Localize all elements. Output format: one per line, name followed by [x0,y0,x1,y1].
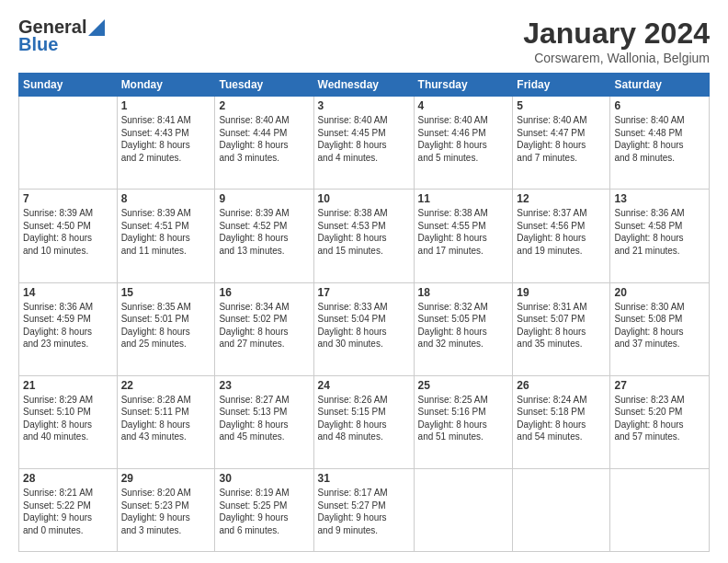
table-row: 14Sunrise: 8:36 AMSunset: 4:59 PMDayligh… [19,282,118,375]
day-info: Sunrise: 8:19 AMSunset: 5:25 PMDaylight:… [219,487,309,536]
table-row: 23Sunrise: 8:27 AMSunset: 5:13 PMDayligh… [215,375,313,468]
day-number: 13 [614,192,705,205]
table-row: 12Sunrise: 8:37 AMSunset: 4:56 PMDayligh… [513,190,610,282]
day-number: 21 [23,379,113,392]
day-number: 29 [121,472,211,485]
calendar-week-4: 21Sunrise: 8:29 AMSunset: 5:10 PMDayligh… [19,375,710,468]
day-number: 26 [517,379,606,392]
day-number: 22 [121,379,211,392]
calendar-week-1: 1Sunrise: 8:41 AMSunset: 4:43 PMDaylight… [19,97,710,190]
day-number: 27 [614,379,705,392]
col-sunday: Sunday [19,74,118,97]
table-row: 30Sunrise: 8:19 AMSunset: 5:25 PMDayligh… [215,469,313,552]
day-number: 30 [219,472,309,485]
day-info: Sunrise: 8:34 AMSunset: 5:02 PMDaylight:… [219,301,309,350]
day-info: Sunrise: 8:40 AMSunset: 4:45 PMDaylight:… [318,114,410,164]
table-row: 5Sunrise: 8:40 AMSunset: 4:47 PMDaylight… [513,97,610,190]
table-row: 2Sunrise: 8:40 AMSunset: 4:44 PMDaylight… [215,97,313,190]
svg-marker-0 [88,19,105,36]
table-row: 17Sunrise: 8:33 AMSunset: 5:04 PMDayligh… [313,282,414,375]
day-number: 2 [219,99,309,112]
table-row: 4Sunrise: 8:40 AMSunset: 4:46 PMDaylight… [414,97,513,190]
logo-blue: Blue [18,34,58,55]
table-row: 1Sunrise: 8:41 AMSunset: 4:43 PMDaylight… [117,97,215,190]
col-wednesday: Wednesday [313,74,414,97]
col-friday: Friday [513,74,610,97]
calendar-week-5: 28Sunrise: 8:21 AMSunset: 5:22 PMDayligh… [19,469,710,552]
col-thursday: Thursday [414,74,513,97]
day-number: 5 [517,99,606,112]
day-info: Sunrise: 8:29 AMSunset: 5:10 PMDaylight:… [23,394,113,443]
subtitle: Corswarem, Wallonia, Belgium [523,51,710,65]
day-number: 12 [517,192,606,205]
table-row: 10Sunrise: 8:38 AMSunset: 4:53 PMDayligh… [313,190,414,282]
col-monday: Monday [117,74,215,97]
table-row [19,97,118,190]
table-row: 15Sunrise: 8:35 AMSunset: 5:01 PMDayligh… [117,282,215,375]
table-row: 21Sunrise: 8:29 AMSunset: 5:10 PMDayligh… [19,375,118,468]
day-info: Sunrise: 8:39 AMSunset: 4:52 PMDaylight:… [219,207,309,257]
day-info: Sunrise: 8:40 AMSunset: 4:44 PMDaylight:… [219,114,309,164]
calendar-header-row: Sunday Monday Tuesday Wednesday Thursday… [19,74,710,97]
table-row: 29Sunrise: 8:20 AMSunset: 5:23 PMDayligh… [117,469,215,552]
day-info: Sunrise: 8:30 AMSunset: 5:08 PMDaylight:… [614,301,705,350]
table-row: 20Sunrise: 8:30 AMSunset: 5:08 PMDayligh… [610,282,710,375]
day-number: 16 [219,286,309,299]
day-info: Sunrise: 8:35 AMSunset: 5:01 PMDaylight:… [121,301,211,350]
header: General Blue January 2024 Corswarem, Wal… [18,17,710,65]
logo-icon [88,19,105,36]
day-info: Sunrise: 8:37 AMSunset: 4:56 PMDaylight:… [517,207,606,257]
table-row: 9Sunrise: 8:39 AMSunset: 4:52 PMDaylight… [215,190,313,282]
day-info: Sunrise: 8:36 AMSunset: 4:59 PMDaylight:… [23,301,113,350]
table-row: 11Sunrise: 8:38 AMSunset: 4:55 PMDayligh… [414,190,513,282]
day-info: Sunrise: 8:40 AMSunset: 4:47 PMDaylight:… [517,114,606,164]
day-info: Sunrise: 8:21 AMSunset: 5:22 PMDaylight:… [23,487,113,536]
day-number: 20 [614,286,705,299]
day-info: Sunrise: 8:31 AMSunset: 5:07 PMDaylight:… [517,301,606,350]
table-row: 19Sunrise: 8:31 AMSunset: 5:07 PMDayligh… [513,282,610,375]
day-number: 4 [418,99,509,112]
day-info: Sunrise: 8:25 AMSunset: 5:16 PMDaylight:… [418,394,509,443]
calendar-week-2: 7Sunrise: 8:39 AMSunset: 4:50 PMDaylight… [19,190,710,282]
col-tuesday: Tuesday [215,74,313,97]
day-number: 25 [418,379,509,392]
day-info: Sunrise: 8:23 AMSunset: 5:20 PMDaylight:… [614,394,705,443]
day-info: Sunrise: 8:33 AMSunset: 5:04 PMDaylight:… [318,301,410,350]
day-number: 19 [517,286,606,299]
day-number: 15 [121,286,211,299]
table-row: 8Sunrise: 8:39 AMSunset: 4:51 PMDaylight… [117,190,215,282]
day-info: Sunrise: 8:28 AMSunset: 5:11 PMDaylight:… [121,394,211,443]
day-info: Sunrise: 8:39 AMSunset: 4:51 PMDaylight:… [121,207,211,257]
table-row: 6Sunrise: 8:40 AMSunset: 4:48 PMDaylight… [610,97,710,190]
day-number: 11 [418,192,509,205]
day-info: Sunrise: 8:40 AMSunset: 4:48 PMDaylight:… [614,114,705,164]
day-info: Sunrise: 8:38 AMSunset: 4:53 PMDaylight:… [318,207,410,257]
day-number: 17 [318,286,410,299]
day-info: Sunrise: 8:17 AMSunset: 5:27 PMDaylight:… [318,487,410,536]
col-saturday: Saturday [610,74,710,97]
day-info: Sunrise: 8:20 AMSunset: 5:23 PMDaylight:… [121,487,211,536]
table-row [513,469,610,552]
day-number: 31 [318,472,410,485]
day-info: Sunrise: 8:32 AMSunset: 5:05 PMDaylight:… [418,301,509,350]
logo: General Blue [18,17,105,55]
table-row: 7Sunrise: 8:39 AMSunset: 4:50 PMDaylight… [19,190,118,282]
day-number: 8 [121,192,211,205]
day-number: 1 [121,99,211,112]
table-row: 24Sunrise: 8:26 AMSunset: 5:15 PMDayligh… [313,375,414,468]
day-info: Sunrise: 8:41 AMSunset: 4:43 PMDaylight:… [121,114,211,164]
table-row: 22Sunrise: 8:28 AMSunset: 5:11 PMDayligh… [117,375,215,468]
day-number: 14 [23,286,113,299]
day-info: Sunrise: 8:38 AMSunset: 4:55 PMDaylight:… [418,207,509,257]
month-title: January 2024 [523,17,710,51]
day-number: 6 [614,99,705,112]
calendar-table: Sunday Monday Tuesday Wednesday Thursday… [18,73,710,552]
day-info: Sunrise: 8:27 AMSunset: 5:13 PMDaylight:… [219,394,309,443]
table-row [414,469,513,552]
day-info: Sunrise: 8:26 AMSunset: 5:15 PMDaylight:… [318,394,410,443]
day-number: 3 [318,99,410,112]
table-row: 16Sunrise: 8:34 AMSunset: 5:02 PMDayligh… [215,282,313,375]
day-info: Sunrise: 8:24 AMSunset: 5:18 PMDaylight:… [517,394,606,443]
day-number: 18 [418,286,509,299]
day-info: Sunrise: 8:36 AMSunset: 4:58 PMDaylight:… [614,207,705,257]
